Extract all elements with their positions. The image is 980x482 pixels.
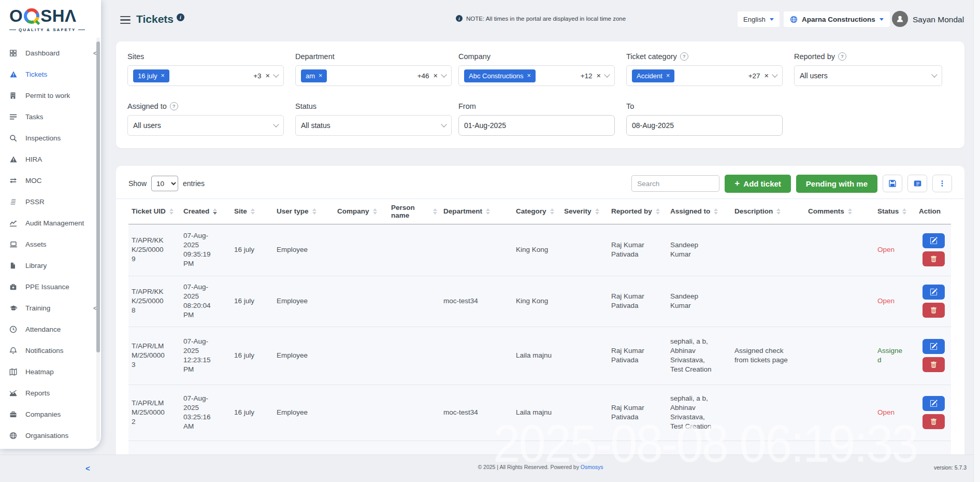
column-header-department[interactable]: Department bbox=[440, 199, 513, 224]
column-header-site[interactable]: Site bbox=[231, 199, 273, 224]
column-header-status[interactable]: Status bbox=[874, 199, 916, 224]
sidebar-item-pssr[interactable]: PSSR bbox=[0, 191, 101, 212]
delete-ticket-button[interactable] bbox=[923, 414, 945, 429]
chevron-down-icon[interactable] bbox=[604, 72, 610, 77]
sort-arrows-icon[interactable] bbox=[213, 208, 217, 215]
sort-arrows-icon[interactable] bbox=[848, 208, 852, 215]
chevron-down-icon[interactable] bbox=[273, 72, 279, 77]
column-header-assigned-to[interactable]: Assigned to bbox=[667, 199, 731, 224]
sort-arrows-icon[interactable] bbox=[776, 208, 781, 215]
chip-remove-icon[interactable]: × bbox=[527, 72, 531, 79]
help-icon[interactable]: ? bbox=[680, 52, 688, 61]
sidebar-item-attendance[interactable]: Attendance bbox=[0, 319, 101, 340]
sidebar-item-inspections[interactable]: Inspections bbox=[0, 127, 101, 149]
column-header-person-name[interactable]: Person name bbox=[388, 199, 440, 224]
sidebar-item-companies[interactable]: Companies bbox=[0, 404, 101, 425]
column-header-company[interactable]: Company bbox=[334, 199, 388, 224]
menu-toggle-icon[interactable] bbox=[120, 16, 131, 24]
filter-to-input[interactable]: 08-Aug-2025 bbox=[626, 115, 783, 136]
filter-department-input[interactable]: am×+46× bbox=[295, 65, 452, 86]
page-size-select[interactable]: 10 bbox=[151, 176, 178, 191]
pending-with-me-button[interactable]: Pending with me bbox=[796, 175, 877, 193]
sidebar-item-notifications[interactable]: Notifications bbox=[0, 340, 101, 361]
edit-ticket-button[interactable] bbox=[923, 285, 945, 300]
page-scrollbar[interactable] bbox=[973, 0, 980, 482]
chevron-down-icon[interactable] bbox=[441, 121, 446, 127]
sidebar-item-moc[interactable]: MOC bbox=[0, 170, 101, 191]
filter-sites-input[interactable]: 16 july×+3× bbox=[127, 65, 284, 86]
clear-all-icon[interactable]: × bbox=[765, 72, 769, 80]
sidebar-item-library[interactable]: Library bbox=[0, 255, 101, 276]
sort-arrows-icon[interactable] bbox=[902, 208, 906, 215]
sidebar-item-permit-to-work[interactable]: Permit to work bbox=[0, 85, 101, 106]
chevron-down-icon[interactable] bbox=[441, 72, 446, 77]
column-header-category[interactable]: Category bbox=[513, 199, 561, 224]
more-options-button[interactable] bbox=[932, 175, 952, 192]
column-header-reported-by[interactable]: Reported by bbox=[608, 199, 667, 224]
delete-ticket-button[interactable] bbox=[923, 251, 945, 266]
clear-all-icon[interactable]: × bbox=[434, 72, 438, 80]
title-info-icon[interactable]: i bbox=[177, 13, 184, 21]
sidebar-item-hira[interactable]: HIRA bbox=[0, 149, 101, 170]
export-save-button[interactable] bbox=[883, 175, 902, 192]
help-icon[interactable]: ? bbox=[838, 52, 846, 61]
sidebar-item-tickets[interactable]: Tickets bbox=[0, 64, 101, 85]
edit-ticket-button[interactable] bbox=[923, 233, 945, 248]
cell-department bbox=[440, 327, 513, 385]
sort-arrows-icon[interactable] bbox=[714, 208, 718, 215]
chip-remove-icon[interactable]: × bbox=[666, 72, 670, 79]
column-header-user-type[interactable]: User type bbox=[273, 199, 334, 224]
delete-ticket-button[interactable] bbox=[923, 357, 945, 372]
clear-all-icon[interactable]: × bbox=[266, 72, 270, 80]
sort-arrows-icon[interactable] bbox=[312, 208, 316, 215]
user-avatar[interactable] bbox=[892, 11, 908, 27]
filter-status-input[interactable]: All status bbox=[295, 115, 452, 136]
filter-company-input[interactable]: Abc Constructions×+12× bbox=[458, 65, 615, 86]
filter-ticket-category-input[interactable]: Accident×+27× bbox=[626, 65, 783, 86]
add-ticket-button[interactable]: + Add ticket bbox=[725, 175, 790, 193]
sidebar-item-dashboard[interactable]: Dashboard< bbox=[0, 42, 101, 64]
column-header-created[interactable]: Created bbox=[180, 199, 231, 224]
sidebar-item-reports[interactable]: Reports bbox=[0, 382, 101, 404]
organisation-dropdown[interactable]: Aparna Constructions bbox=[784, 11, 890, 27]
delete-ticket-button[interactable] bbox=[923, 303, 945, 318]
osmosys-link[interactable]: Osmosys bbox=[581, 464, 603, 470]
edit-ticket-button[interactable] bbox=[923, 396, 945, 411]
sort-arrows-icon[interactable] bbox=[486, 208, 490, 215]
column-header-severity[interactable]: Severity bbox=[561, 199, 608, 224]
sidebar-item-audit-management[interactable]: Audit Management bbox=[0, 212, 101, 234]
sidebar-collapse-chevron[interactable]: < bbox=[85, 464, 90, 473]
sort-arrows-icon[interactable] bbox=[169, 208, 174, 215]
sidebar-item-assets[interactable]: Assets bbox=[0, 234, 101, 255]
column-header-comments[interactable]: Comments bbox=[805, 199, 874, 224]
filter-reported-by-input[interactable]: All users bbox=[794, 65, 942, 86]
sort-arrows-icon[interactable] bbox=[595, 208, 599, 215]
column-header-description[interactable]: Description bbox=[731, 199, 805, 224]
chip-remove-icon[interactable]: × bbox=[161, 72, 165, 79]
sidebar-item-ppe-issuance[interactable]: PPE Issuance bbox=[0, 276, 101, 297]
sidebar-item-heatmap[interactable]: Heatmap bbox=[0, 361, 101, 382]
chevron-down-icon[interactable] bbox=[931, 72, 937, 77]
sidebar-scrollbar[interactable] bbox=[96, 37, 100, 442]
clear-all-icon[interactable]: × bbox=[597, 72, 601, 80]
chevron-down-icon[interactable] bbox=[273, 121, 279, 127]
sort-arrows-icon[interactable] bbox=[550, 208, 554, 215]
filter-assigned-to-input[interactable]: All users bbox=[127, 115, 284, 136]
search-input[interactable] bbox=[631, 175, 719, 192]
sidebar-item-training[interactable]: Training< bbox=[0, 297, 101, 319]
sidebar-item-organisations[interactable]: Organisations bbox=[0, 425, 101, 446]
chevron-down-icon[interactable] bbox=[772, 72, 777, 77]
sort-arrows-icon[interactable] bbox=[656, 208, 660, 215]
help-icon[interactable]: ? bbox=[170, 102, 178, 110]
sidebar-scrollbar-thumb[interactable] bbox=[96, 41, 100, 352]
sidebar-item-tasks[interactable]: Tasks bbox=[0, 106, 101, 127]
language-dropdown[interactable]: English bbox=[738, 11, 780, 27]
sort-arrows-icon[interactable] bbox=[373, 208, 377, 215]
edit-ticket-button[interactable] bbox=[923, 339, 945, 354]
column-header-ticket-uid[interactable]: Ticket UID bbox=[128, 199, 180, 224]
sort-arrows-icon[interactable] bbox=[433, 208, 437, 215]
column-settings-button[interactable] bbox=[907, 175, 927, 192]
sort-arrows-icon[interactable] bbox=[251, 208, 255, 215]
chip-remove-icon[interactable]: × bbox=[319, 72, 322, 79]
filter-from-input[interactable]: 01-Aug-2025 bbox=[458, 115, 615, 136]
